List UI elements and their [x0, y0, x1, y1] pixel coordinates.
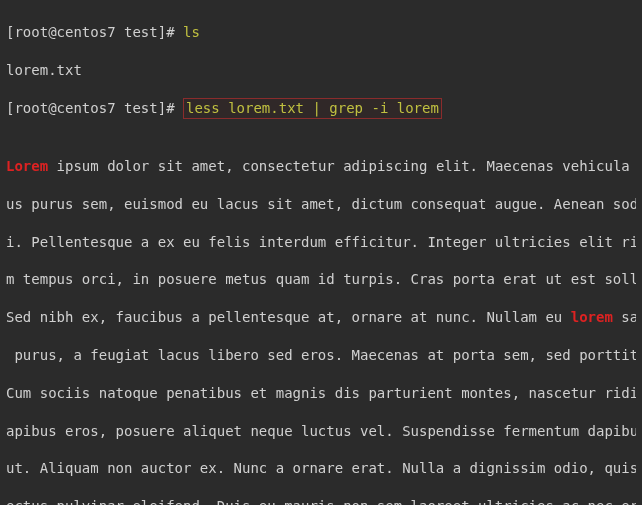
grep-out-1-4: Sed nibh ex, faucibus a pellentesque at,… [6, 308, 636, 327]
line-prompt-less1: [root@centos7 test]# less lorem.txt | gr… [6, 98, 636, 119]
highlight-box-cmd1: less lorem.txt | grep -i lorem [183, 98, 442, 119]
grep-out-1-5: purus, a feugiat lacus libero sed eros. … [6, 346, 636, 365]
grep-out-1-7: apibus eros, posuere aliquet neque luctu… [6, 422, 636, 441]
grep-out-1-0: Lorem ipsum dolor sit amet, consectetur … [6, 157, 636, 176]
line-prompt-ls: [root@centos7 test]# ls [6, 23, 636, 42]
cmd-less1: less lorem.txt | grep -i lorem [186, 100, 439, 116]
cmd-ls: ls [183, 24, 200, 40]
match-lorem: Lorem [6, 158, 48, 174]
terminal[interactable]: [root@centos7 test]# ls lorem.txt [root@… [0, 0, 642, 505]
prompt: [root@centos7 test]# [6, 100, 183, 116]
match-lorem: lorem [571, 309, 613, 325]
ls-output-1: lorem.txt [6, 61, 636, 80]
prompt: [root@centos7 test]# [6, 24, 183, 40]
grep-out-1-8: ut. Aliquam non auctor ex. Nunc a ornare… [6, 459, 636, 478]
grep-out-1-3: m tempus orci, in posuere metus quam id … [6, 270, 636, 289]
grep-out-1-2: i. Pellentesque a ex eu felis interdum e… [6, 233, 636, 252]
grep-out-1-9: ectus pulvinar eleifend. Duis eu mauris … [6, 497, 636, 505]
grep-out-1-1: us purus sem, euismod eu lacus sit amet,… [6, 195, 636, 214]
grep-out-1-6: Cum sociis natoque penatibus et magnis d… [6, 384, 636, 403]
